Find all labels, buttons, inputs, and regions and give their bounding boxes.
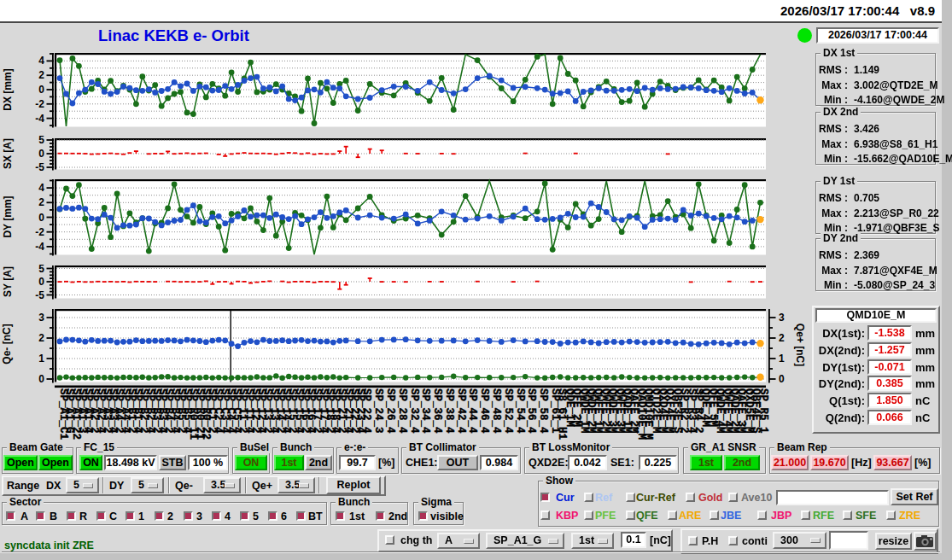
svg-text:SP_46_4: SP_46_4 bbox=[478, 388, 490, 434]
svg-text:-2: -2 bbox=[35, 226, 44, 238]
svg-text:SP_56_4: SP_56_4 bbox=[525, 388, 537, 434]
svg-text:DX [mm]: DX [mm] bbox=[2, 68, 14, 110]
svg-text:0: 0 bbox=[38, 212, 44, 224]
svg-text:SP_R5_1: SP_R5_1 bbox=[757, 388, 769, 434]
svg-text:DY [mm]: DY [mm] bbox=[2, 195, 14, 237]
svg-text:0: 0 bbox=[38, 373, 44, 385]
svg-text:4: 4 bbox=[38, 55, 44, 67]
svg-text:SP_34_4: SP_34_4 bbox=[419, 388, 431, 434]
svg-text:SP_42_4: SP_42_4 bbox=[455, 388, 467, 434]
svg-text:-2: -2 bbox=[35, 98, 44, 110]
svg-text:SP_52_4: SP_52_4 bbox=[502, 388, 514, 434]
svg-text:SP_26_4: SP_26_4 bbox=[384, 388, 396, 434]
svg-text:SY [A]: SY [A] bbox=[2, 266, 14, 297]
svg-text:SP_58_4: SP_58_4 bbox=[537, 388, 549, 434]
svg-text:-4: -4 bbox=[35, 113, 44, 125]
svg-text:5: 5 bbox=[38, 134, 44, 146]
svg-text:Qe- [nC]: Qe- [nC] bbox=[1, 324, 13, 364]
svg-text:1: 1 bbox=[38, 353, 44, 365]
svg-text:SP_44_4: SP_44_4 bbox=[466, 388, 478, 434]
svg-text:SP_36_4: SP_36_4 bbox=[431, 388, 443, 434]
svg-text:1: 1 bbox=[779, 353, 785, 365]
svg-text:SP_38_4: SP_38_4 bbox=[443, 388, 455, 434]
svg-text:SP_48_4: SP_48_4 bbox=[490, 388, 502, 434]
svg-text:SP_24_3: SP_24_3 bbox=[372, 388, 384, 434]
svg-text:Qe+ [nC]: Qe+ [nC] bbox=[794, 324, 806, 366]
svg-text:0: 0 bbox=[779, 373, 785, 385]
svg-text:SP_28_4: SP_28_4 bbox=[396, 388, 408, 434]
svg-text:4: 4 bbox=[38, 182, 44, 194]
svg-text:SP_22_4: SP_22_4 bbox=[360, 388, 372, 434]
svg-text:SX [A]: SX [A] bbox=[2, 138, 14, 169]
svg-text:SP_54_4: SP_54_4 bbox=[514, 388, 526, 434]
svg-text:SP_32_4: SP_32_4 bbox=[408, 388, 420, 434]
svg-text:-4: -4 bbox=[35, 241, 44, 253]
svg-text:3: 3 bbox=[38, 312, 44, 324]
svg-text:-5: -5 bbox=[35, 289, 44, 301]
svg-text:0: 0 bbox=[38, 276, 44, 288]
svg-text:0: 0 bbox=[38, 148, 44, 160]
svg-text:2: 2 bbox=[38, 196, 44, 208]
svg-text:5: 5 bbox=[38, 263, 44, 275]
svg-text:2: 2 bbox=[779, 332, 785, 344]
svg-text:2: 2 bbox=[38, 69, 44, 81]
svg-text:-5: -5 bbox=[35, 161, 44, 173]
svg-text:2: 2 bbox=[38, 332, 44, 344]
svg-text:0: 0 bbox=[38, 84, 44, 96]
svg-text:3: 3 bbox=[779, 312, 785, 324]
